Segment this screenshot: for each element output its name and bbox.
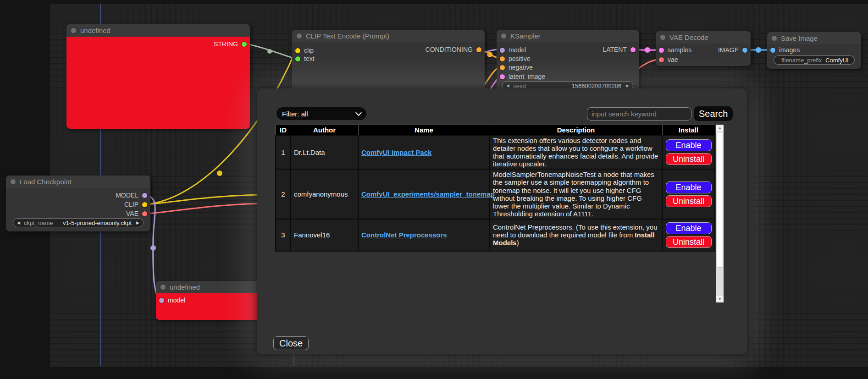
output-slot-conditioning[interactable] — [476, 47, 481, 52]
output-slot-string[interactable] — [242, 42, 247, 47]
arrow-right-icon[interactable]: ▶ — [136, 220, 139, 225]
cell-install: Enable Uninstall — [662, 219, 715, 251]
cell-id: 1 — [276, 135, 291, 169]
table-row: 3 Fannovel16 ControlNet Preprocessors Co… — [276, 219, 715, 251]
uninstall-button[interactable]: Uninstall — [666, 236, 712, 248]
node-title-bar[interactable]: Save Image — [767, 32, 861, 44]
output-label: CLIP — [124, 201, 138, 208]
node-collapse-icon[interactable] — [297, 33, 302, 38]
output-label: LATENT — [603, 46, 627, 53]
input-slot-text[interactable] — [295, 56, 300, 61]
enable-button[interactable]: Enable — [666, 222, 712, 234]
arrow-right-icon[interactable]: ▶ — [626, 83, 629, 88]
link-dot — [645, 47, 650, 53]
node-collapse-icon[interactable] — [160, 285, 166, 290]
input-label: positive — [509, 55, 530, 62]
extension-link[interactable]: ComfyUI Impact Pack — [361, 148, 431, 156]
comfyui-app: { "graph": { "node_undefined_top": { "ti… — [0, 0, 868, 379]
output-label: VAE — [126, 210, 138, 217]
node-collapse-icon[interactable] — [772, 36, 777, 41]
input-slot-model[interactable] — [500, 48, 505, 53]
link-dot — [150, 245, 156, 251]
filter-select[interactable]: Filter: all — [276, 107, 366, 120]
input-slot-clip[interactable] — [295, 48, 300, 53]
table-header-row: ID Author Name Description Install — [276, 125, 715, 136]
arrow-left-icon[interactable]: ◀ — [506, 83, 509, 88]
link-dot — [217, 170, 222, 176]
widget-label: filename_prefix — [781, 57, 822, 64]
widget-value: v1-5-pruned-emaonly.ckpt — [63, 220, 132, 226]
scrollbar-thumb[interactable] — [717, 132, 723, 268]
input-label: images — [779, 46, 800, 54]
node-title: undefined — [170, 283, 200, 291]
search-input[interactable] — [587, 107, 691, 121]
node-collapse-icon[interactable] — [71, 28, 76, 33]
input-label: text — [304, 55, 315, 62]
input-slot-latent-image[interactable] — [500, 74, 505, 79]
input-slot-images[interactable] — [770, 48, 775, 53]
input-slot-model[interactable] — [159, 298, 164, 303]
node-title: VAE Decode — [669, 33, 708, 41]
input-slot-samples[interactable] — [659, 48, 664, 53]
output-label: CONDITIONING — [426, 46, 473, 53]
col-header-author: Author — [291, 125, 358, 136]
table-row: 2 comfyanonymous ComfyUI_experiments/sam… — [276, 169, 715, 219]
scroll-down-icon[interactable]: ▼ — [716, 296, 724, 302]
output-label: MODEL — [116, 192, 138, 199]
cell-description: ModelSamplerTonemapNoiseTest a node that… — [490, 169, 662, 219]
input-slot-negative[interactable] — [500, 65, 505, 70]
extension-link[interactable]: ControlNet Preprocessors — [361, 231, 447, 239]
close-button[interactable]: Close — [273, 336, 309, 350]
col-header-id: ID — [276, 125, 291, 136]
input-slot-vae[interactable] — [659, 57, 664, 62]
filter-selected-value: Filter: all — [282, 110, 308, 118]
ckpt-name-widget[interactable]: ◀ ckpt_name v1-5-pruned-emaonly.ckpt ▶ — [13, 218, 144, 227]
output-slot-image[interactable] — [742, 48, 747, 53]
output-slot-latent[interactable] — [630, 47, 636, 52]
col-header-install: Install — [662, 125, 715, 136]
input-label: negative — [509, 64, 533, 71]
extension-link[interactable]: ComfyUI_experiments/sampler_tonemap — [361, 190, 495, 198]
node-title-bar[interactable]: KSampler — [497, 30, 639, 42]
col-header-name: Name — [358, 125, 490, 136]
node-title-bar[interactable]: VAE Decode — [656, 31, 751, 44]
node-load-checkpoint[interactable]: Load Checkpoint MODEL CLIP VAE ◀ ckpt_na… — [6, 176, 150, 231]
arrow-left-icon[interactable]: ◀ — [17, 220, 20, 225]
output-slot-clip[interactable] — [142, 202, 147, 207]
node-undefined-top[interactable]: undefined STRING — [66, 24, 250, 129]
input-label: latent_image — [509, 73, 545, 80]
cell-author: comfyanonymous — [291, 169, 358, 219]
uninstall-button[interactable]: Uninstall — [666, 153, 712, 165]
output-slot-model[interactable] — [142, 193, 147, 198]
enable-button[interactable]: Enable — [666, 139, 712, 151]
node-title-bar[interactable]: CLIP Text Encode (Prompt) — [292, 30, 485, 42]
input-label: model — [168, 297, 185, 304]
node-title-bar[interactable]: Load Checkpoint — [6, 176, 150, 188]
node-collapse-icon[interactable] — [11, 179, 16, 184]
enable-button[interactable]: Enable — [666, 181, 712, 193]
link-dot — [267, 49, 272, 54]
node-collapse-icon[interactable] — [660, 35, 665, 40]
cell-id: 3 — [276, 219, 291, 251]
node-title: Save Image — [781, 34, 818, 42]
node-title-bar[interactable]: undefined — [66, 24, 250, 37]
search-button[interactable]: Search — [694, 106, 733, 121]
cell-author: Dr.Lt.Data — [291, 135, 358, 169]
link-dot — [756, 47, 761, 53]
input-slot-positive[interactable] — [500, 56, 505, 61]
table-scrollbar[interactable]: ▲ ▼ — [716, 125, 724, 302]
node-save-image[interactable]: Save Image images filename_prefix ComfyU… — [767, 32, 861, 69]
input-label: model — [509, 46, 526, 54]
output-slot-vae[interactable] — [142, 211, 147, 216]
error-node-body — [66, 37, 250, 129]
cell-id: 2 — [276, 169, 291, 219]
node-vae-decode[interactable]: VAE Decode samples vae IMAGE — [656, 31, 751, 66]
scroll-up-icon[interactable]: ▲ — [716, 125, 724, 132]
node-collapse-icon[interactable] — [501, 33, 506, 38]
filename-prefix-widget[interactable]: filename_prefix ComfyUI — [774, 55, 855, 65]
widget-value: ComfyUI — [825, 57, 849, 64]
uninstall-button[interactable]: Uninstall — [666, 195, 712, 207]
cell-name: ControlNet Preprocessors — [358, 219, 490, 251]
col-header-description: Description — [490, 125, 662, 136]
extension-table: ID Author Name Description Install 1 Dr.… — [275, 125, 715, 252]
